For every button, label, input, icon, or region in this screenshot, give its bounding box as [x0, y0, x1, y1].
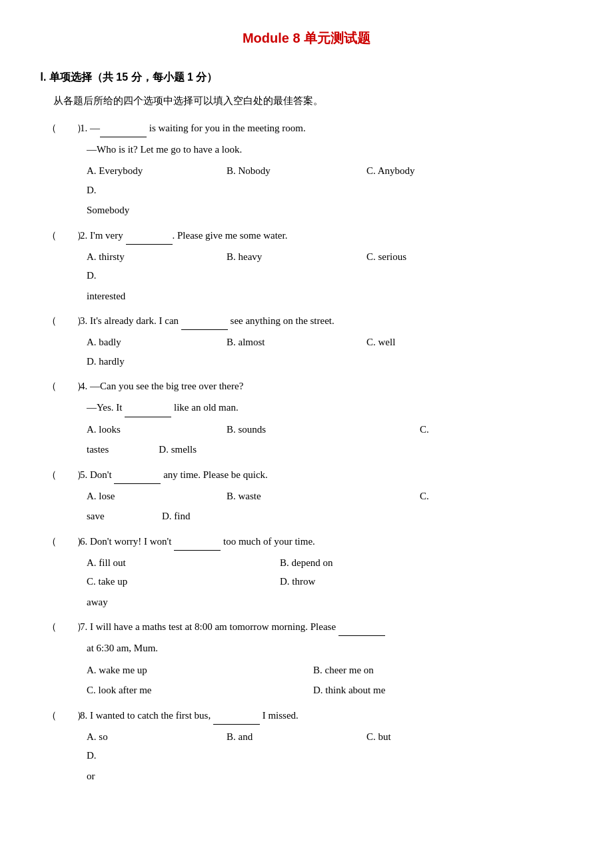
q7-optD: D. think about me	[313, 681, 385, 700]
q3-optC: C. well	[366, 333, 500, 352]
q7-options-row2: C. look after me D. think about me	[47, 681, 573, 700]
q7-optA: A. wake me up	[87, 661, 313, 680]
q2-cont: interested	[47, 287, 573, 306]
q8-cont: or	[47, 767, 573, 786]
q5-optA: A. lose	[87, 487, 220, 506]
q7-options-row1: A. wake me up B. cheer me on	[47, 661, 573, 680]
q2-optB: B. heavy	[227, 247, 360, 267]
q3-optA: A. badly	[87, 333, 220, 352]
question-7: （ ） 7. I will have a maths test at 8:00 …	[40, 618, 573, 700]
q4-optB: B. sounds	[227, 420, 413, 439]
q2-text: 2. I'm very . Please give me some water.	[80, 227, 573, 245]
q6-cont: away	[47, 593, 573, 612]
q6-optA: A. fill out	[87, 553, 273, 573]
q6-optB: B. depend on	[280, 553, 466, 573]
q3-options: A. badly B. almost C. well D. hardly	[47, 333, 573, 371]
question-6: （ ） 6. Don't worry! I won't too much of …	[40, 533, 573, 612]
q8-options: A. so B. and C. but D.	[47, 727, 573, 765]
section1-header: Ⅰ. 单项选择（共 15 分，每小题 1 分）	[40, 68, 573, 86]
q5-text: 5. Don't any time. Please be quick.	[80, 466, 573, 484]
q4-optA: A. looks	[87, 420, 220, 439]
question-5: （ ） 5. Don't any time. Please be quick. …	[40, 466, 573, 526]
q1-optC: C. Anybody	[366, 161, 500, 181]
q5-optB: B. waste	[227, 487, 413, 506]
q8-optC: C. but	[366, 727, 500, 747]
q1-options: A. Everybody B. Nobody C. Anybody D.	[47, 161, 573, 199]
q2-options: A. thirsty B. heavy C. serious D.	[47, 247, 573, 285]
q2-optD: D.	[87, 266, 220, 285]
q2-paren: （ ）	[47, 227, 80, 245]
q3-optD: D. hardly	[87, 352, 220, 371]
q1-optD: D.	[87, 181, 220, 200]
q1-text: 1. — is waiting for you in the meeting r…	[80, 119, 573, 137]
q4-text: 4. —Can you see the big tree over there?	[80, 377, 573, 395]
q8-optD: D.	[87, 746, 220, 765]
q6-text: 6. Don't worry! I won't too much of your…	[80, 533, 573, 551]
q1-line2: —Who is it? Let me go to have a look.	[47, 140, 573, 159]
q6-optD: D. throw	[280, 572, 413, 591]
q7-paren: （ ）	[47, 619, 80, 636]
q4-paren: （ ）	[47, 378, 80, 395]
q4-options: A. looks B. sounds C.	[47, 420, 573, 439]
q4-line2: —Yes. It like an old man.	[47, 398, 573, 417]
q2-optC: C. serious	[366, 247, 500, 267]
page-title: Module 8 单元测试题	[40, 27, 573, 49]
q6-options: A. fill out B. depend on C. take up D. t…	[47, 553, 573, 591]
question-8: （ ） 8. I wanted to catch the first bus, …	[40, 707, 573, 786]
q5-paren: （ ）	[47, 467, 80, 484]
q4-optC: C.	[420, 420, 553, 439]
q8-text: 8. I wanted to catch the first bus, I mi…	[80, 707, 573, 725]
question-4: （ ） 4. —Can you see the big tree over th…	[40, 377, 573, 459]
q7-optC: C. look after me	[87, 681, 313, 700]
question-1: （ ） 1. — is waiting for you in the meeti…	[40, 119, 573, 220]
q3-paren: （ ）	[47, 313, 80, 330]
q6-paren: （ ）	[47, 533, 80, 551]
q6-optC: C. take up	[87, 572, 273, 591]
section1-instruction: 从各题后所给的四个选项中选择可以填入空白处的最佳答案。	[40, 93, 573, 110]
q1-paren: （ ）	[47, 120, 80, 137]
q5-optC: C.	[420, 487, 553, 506]
q7-text: 7. I will have a maths test at 8:00 am t…	[80, 618, 573, 636]
q3-text: 3. It's already dark. I can see anything…	[80, 312, 573, 330]
q5-cont1: save D. find	[47, 507, 573, 526]
q1-cont: Somebody	[47, 201, 573, 220]
q4-cont1: tastes D. smells	[47, 440, 573, 459]
q8-optB: B. and	[227, 727, 360, 747]
question-3: （ ） 3. It's already dark. I can see anyt…	[40, 312, 573, 371]
q5-options: A. lose B. waste C.	[47, 487, 573, 506]
question-2: （ ） 2. I'm very . Please give me some wa…	[40, 227, 573, 306]
q7-optB: B. cheer me on	[313, 661, 374, 680]
q1-optA: A. Everybody	[87, 161, 220, 181]
q8-optA: A. so	[87, 727, 220, 747]
q7-line2: at 6:30 am, Mum.	[47, 639, 573, 658]
q3-optB: B. almost	[227, 333, 360, 352]
q8-paren: （ ）	[47, 707, 80, 725]
q1-optB: B. Nobody	[227, 161, 360, 181]
q2-optA: A. thirsty	[87, 247, 220, 267]
